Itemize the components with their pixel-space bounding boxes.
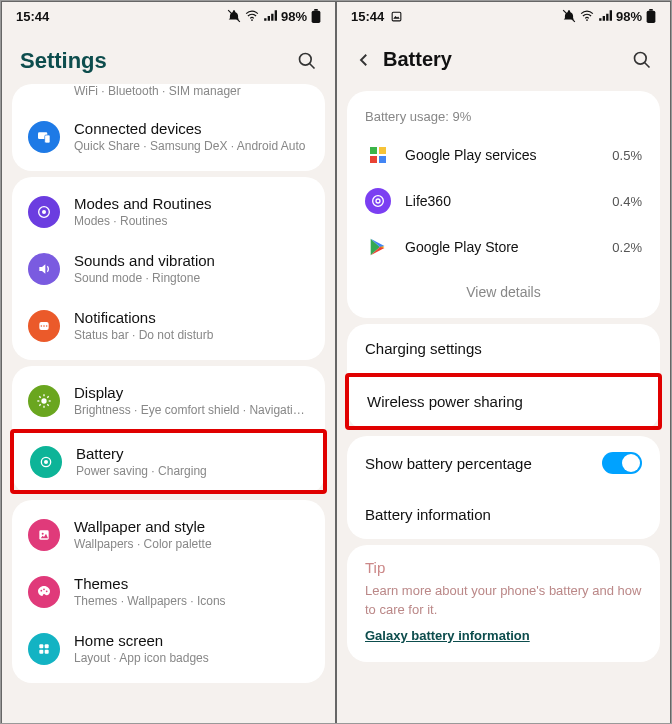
svg-rect-2 [314, 9, 318, 11]
item-display[interactable]: Display Brightness · Eye comfort shield … [12, 372, 325, 429]
svg-rect-43 [370, 156, 377, 163]
app-name: Google Play Store [405, 239, 598, 255]
back-icon[interactable] [355, 51, 373, 69]
svg-point-1 [251, 19, 253, 21]
screenshot-icon [390, 10, 403, 23]
tip-link[interactable]: Galaxy battery information [365, 628, 530, 643]
search-icon[interactable] [297, 51, 317, 71]
notifications-icon [28, 310, 60, 342]
item-sounds-vibration[interactable]: Sounds and vibration Sound mode · Ringto… [12, 240, 325, 297]
app-row-life360[interactable]: Life360 0.4% [347, 178, 660, 224]
item-show-percentage[interactable]: Show battery percentage [347, 436, 660, 490]
item-battery[interactable]: Battery Power saving · Charging [10, 429, 327, 494]
item-charging-settings[interactable]: Charging settings [347, 324, 660, 373]
signal-icon [598, 9, 612, 23]
svg-point-26 [42, 532, 44, 534]
item-sub: Wallpapers · Color palette [74, 537, 309, 551]
info-card: Show battery percentage Battery informat… [347, 436, 660, 539]
battery-usage-card: Battery usage: 9% Google Play services 0… [347, 91, 660, 318]
toggle-show-percentage[interactable] [602, 452, 642, 474]
svg-point-29 [46, 590, 48, 592]
wallpaper-icon [28, 519, 60, 551]
svg-line-20 [47, 404, 48, 405]
battery-screen: 15:44 98% Battery Battery usage: 9% Goog… [336, 1, 671, 724]
item-sub: Quick Share · Samsung DeX · Android Auto [74, 139, 309, 153]
item-label: Wireless power sharing [367, 393, 523, 410]
svg-line-22 [47, 396, 48, 397]
tip-body: Learn more about your phone's battery an… [365, 582, 642, 620]
battery-icon [311, 9, 321, 23]
svg-point-28 [43, 588, 45, 590]
item-themes[interactable]: Themes Themes · Wallpapers · Icons [12, 563, 325, 620]
view-details-button[interactable]: View details [347, 270, 660, 314]
page-title: Battery [383, 48, 452, 71]
svg-point-24 [44, 460, 48, 464]
status-battery-pct: 98% [616, 9, 642, 24]
status-right: 98% [562, 9, 656, 24]
mute-icon [562, 9, 576, 23]
item-label: Battery information [365, 506, 491, 523]
item-title: Notifications [74, 309, 309, 326]
svg-rect-33 [45, 649, 49, 653]
item-sub: Sound mode · Ringtone [74, 271, 309, 285]
item-sub: Brightness · Eye comfort shield · Naviga… [74, 403, 309, 417]
svg-line-5 [310, 64, 315, 69]
svg-point-36 [586, 19, 588, 21]
item-wireless-power-sharing[interactable]: Wireless power sharing [345, 373, 662, 430]
svg-rect-42 [379, 147, 386, 154]
usage-header: Battery usage: 9% [347, 95, 660, 132]
app-pct: 0.4% [612, 194, 642, 209]
svg-point-45 [373, 196, 384, 207]
tip-card: Tip Learn more about your phone's batter… [347, 545, 660, 662]
connections-sub: WiFi · Bluetooth · SIM manager [12, 84, 325, 108]
svg-point-9 [42, 210, 46, 214]
signal-icon [263, 9, 277, 23]
item-label: Show battery percentage [365, 455, 532, 472]
item-sub: Power saving · Charging [76, 464, 307, 478]
svg-point-46 [376, 199, 380, 203]
svg-line-21 [39, 404, 40, 405]
svg-point-4 [300, 54, 312, 66]
item-title: Display [74, 384, 309, 401]
item-battery-information[interactable]: Battery information [347, 490, 660, 539]
svg-point-39 [635, 52, 647, 64]
modes-icon [28, 196, 60, 228]
status-bar: 15:44 98% [337, 2, 670, 30]
item-notifications[interactable]: Notifications Status bar · Do not distur… [12, 297, 325, 354]
status-right: 98% [227, 9, 321, 24]
svg-line-40 [645, 62, 650, 67]
settings-group-connections: WiFi · Bluetooth · SIM manager Connected… [12, 84, 325, 171]
item-connected-devices[interactable]: Connected devices Quick Share · Samsung … [12, 108, 325, 165]
svg-rect-38 [647, 11, 656, 23]
app-pct: 0.2% [612, 240, 642, 255]
item-label: Charging settings [365, 340, 482, 357]
app-row-play-store[interactable]: Google Play Store 0.2% [347, 224, 660, 270]
svg-rect-30 [39, 644, 43, 648]
app-pct: 0.5% [612, 148, 642, 163]
item-title: Sounds and vibration [74, 252, 309, 269]
app-name: Google Play services [405, 147, 598, 163]
settings-screen: 15:44 98% Settings WiFi · Bluetooth · SI… [1, 1, 336, 724]
item-sub: Themes · Wallpapers · Icons [74, 594, 309, 608]
svg-rect-3 [312, 11, 321, 23]
status-bar: 15:44 98% [2, 2, 335, 30]
display-icon [28, 385, 60, 417]
mute-icon [227, 9, 241, 23]
wifi-icon [245, 9, 259, 23]
item-title: Wallpaper and style [74, 518, 309, 535]
svg-point-27 [40, 589, 42, 591]
svg-line-19 [39, 396, 40, 397]
search-icon[interactable] [632, 50, 652, 70]
item-sub: Status bar · Do not disturb [74, 328, 309, 342]
app-row-play-services[interactable]: Google Play services 0.5% [347, 132, 660, 178]
status-time: 15:44 [351, 9, 384, 24]
item-title: Modes and Routines [74, 195, 309, 212]
item-home-screen[interactable]: Home screen Layout · App icon badges [12, 620, 325, 677]
item-title: Connected devices [74, 120, 309, 137]
svg-rect-34 [392, 12, 401, 21]
charging-card: Charging settings Wireless power sharing [347, 324, 660, 430]
item-modes-routines[interactable]: Modes and Routines Modes · Routines [12, 183, 325, 240]
item-wallpaper[interactable]: Wallpaper and style Wallpapers · Color p… [12, 506, 325, 563]
svg-point-12 [43, 325, 45, 327]
settings-group-modes: Modes and Routines Modes · Routines Soun… [12, 177, 325, 360]
